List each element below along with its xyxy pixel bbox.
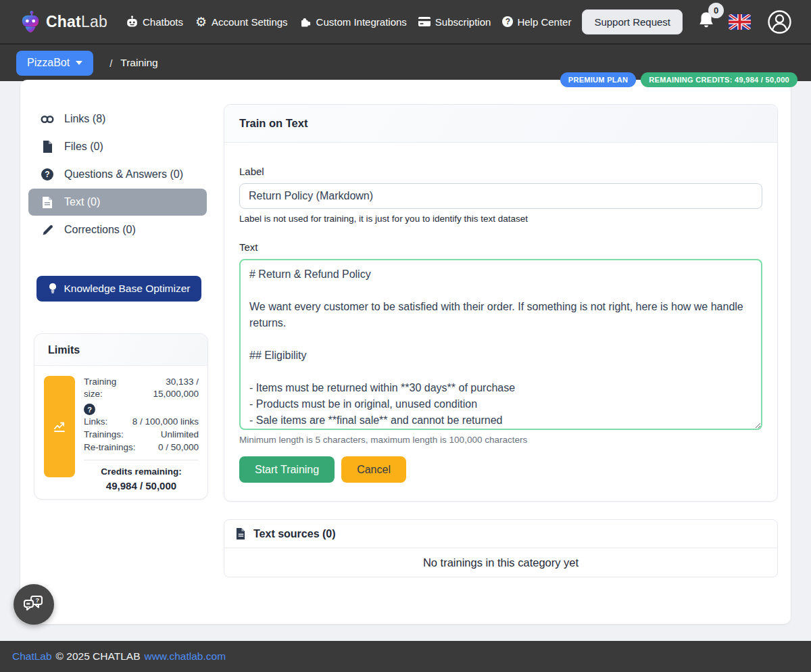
brand-wordmark: ChatLab: [46, 13, 107, 31]
text-sources-panel: Text sources (0) No trainings in this ca…: [224, 519, 778, 577]
remaining-credits-badge: REMAINING CREDITS: 49,984 / 50,000: [641, 72, 797, 87]
form-actions: Start Training Cancel: [239, 456, 762, 483]
file-icon: [41, 141, 54, 153]
label-field-label: Label: [239, 166, 762, 177]
bot-selector-dropdown[interactable]: PizzaBot: [16, 51, 93, 76]
cancel-button[interactable]: Cancel: [341, 456, 406, 483]
sidebar-item-label: Links (8): [64, 113, 105, 125]
language-flag-uk[interactable]: [729, 14, 751, 30]
sidebar-item-label: Questions & Answers (0): [64, 168, 183, 181]
limits-divider: [84, 460, 199, 460]
limits-row-value: Unlimited: [161, 429, 199, 441]
nav-item-subscription[interactable]: Subscription: [418, 16, 491, 28]
optimizer-button-label: Knowledge Base Optimizer: [64, 283, 191, 295]
link-icon: [41, 114, 54, 124]
sidebar-item-files[interactable]: Files (0): [28, 133, 207, 160]
lightbulb-icon: [48, 283, 57, 295]
nav-item-chatbots[interactable]: Chatbots: [126, 16, 183, 28]
chat-bubbles-icon: ?: [22, 594, 45, 615]
sidebar-item-label: Files (0): [64, 141, 103, 153]
pencil-icon: [41, 224, 54, 236]
bot-selector-label: PizzaBot: [27, 57, 70, 69]
chart-line-icon: [52, 419, 67, 434]
limits-title: Limits: [34, 334, 207, 366]
nav-label: Custom Integrations: [316, 16, 407, 28]
limits-row-value: 30,133 / 15,000,000: [137, 376, 199, 415]
empty-state-message: No trainings in this category yet: [224, 548, 777, 577]
premium-plan-badge: PREMIUM PLAN: [560, 72, 637, 87]
nav-item-custom-integrations[interactable]: Custom Integrations: [299, 16, 407, 28]
breadcrumb-current: Training: [120, 57, 157, 69]
limits-card: Limits Training size: ? 30,133 / 15,000,…: [34, 333, 208, 500]
nav-label: Chatbots: [143, 16, 183, 28]
nav-item-account-settings[interactable]: ⚙ Account Settings: [195, 16, 288, 28]
text-document-icon: [41, 197, 54, 208]
sidebar-item-label: Text (0): [64, 196, 100, 208]
content-card: Links (8) Files (0) ? Questions & Answer…: [20, 80, 791, 624]
breadcrumb-separator: /: [109, 57, 112, 69]
top-navbar: ChatLab Chatbots ⚙ Account Settings Cust…: [0, 0, 811, 43]
question-circle-icon: ?: [41, 168, 54, 181]
nav-label: Account Settings: [212, 16, 288, 28]
text-sources-title: Text sources (0): [253, 528, 336, 540]
label-field-helper: Label is not used for training, it is ju…: [239, 214, 762, 224]
limits-row-trainings: Trainings: Unlimited: [84, 429, 199, 441]
limits-row-label: Re-trainings:: [84, 441, 136, 454]
svg-text:?: ?: [36, 597, 40, 604]
footer-site-link[interactable]: www.chatlab.com: [144, 650, 226, 663]
text-field-label: Text: [239, 241, 762, 253]
plan-badges: PREMIUM PLAN REMAINING CREDITS: 49,984 /…: [560, 72, 797, 87]
nav-label: Help Center: [517, 16, 571, 28]
credit-card-icon: [418, 17, 431, 26]
user-avatar-button[interactable]: [766, 8, 793, 36]
training-size-help-icon[interactable]: ?: [84, 404, 95, 415]
footer: ChatLab © 2025 CHATLAB www.chatlab.com: [0, 641, 811, 672]
footer-brand-link[interactable]: ChatLab: [12, 650, 52, 663]
usage-meter: [44, 376, 75, 477]
notification-count-badge: 0: [708, 3, 724, 18]
text-sources-header: Text sources (0): [224, 520, 777, 548]
robot-logo-icon: [20, 10, 41, 33]
footer-copyright: © 2025 CHATLAB: [56, 650, 141, 663]
training-text-input[interactable]: # Return & Refund Policy We want every c…: [239, 259, 762, 430]
start-training-button[interactable]: Start Training: [239, 456, 335, 483]
sidebar-item-corrections[interactable]: Corrections (0): [28, 216, 207, 243]
train-on-text-panel: Train on Text Label Label is not used fo…: [224, 104, 778, 502]
sidebar-item-links[interactable]: Links (8): [28, 105, 207, 133]
nav-item-help-center[interactable]: ? Help Center: [502, 16, 571, 28]
help-chat-widget-button[interactable]: ?: [14, 584, 54, 625]
panel-title: Train on Text: [224, 105, 777, 143]
support-request-button[interactable]: Support Request: [582, 9, 683, 34]
main-nav: Chatbots ⚙ Account Settings Custom Integ…: [126, 16, 571, 28]
limits-row-retrainings: Re-trainings: 0 / 50,000: [84, 441, 199, 454]
panel-body: Label Label is not used for training, it…: [224, 143, 777, 501]
sidebar-item-questions-answers[interactable]: ? Questions & Answers (0): [28, 161, 207, 188]
limits-row-label: Training size:: [84, 376, 137, 400]
limits-row-training-size: Training size: ? 30,133 / 15,000,000: [84, 376, 199, 415]
limits-row-value: 8 / 100,000 links: [132, 416, 199, 428]
limits-info: Training size: ? 30,133 / 15,000,000 Lin…: [84, 376, 199, 491]
chevron-down-icon: [76, 61, 82, 65]
limits-row-value: 0 / 50,000: [158, 441, 199, 454]
limits-row-label: Links:: [84, 416, 107, 428]
credits-remaining-value: 49,984 / 50,000: [84, 480, 199, 491]
sidebar-item-label: Corrections (0): [64, 224, 136, 236]
text-field-helper: Minimum length is 5 characters, maximum …: [239, 435, 762, 445]
document-icon: [236, 528, 245, 539]
limits-body: Training size: ? 30,133 / 15,000,000 Lin…: [34, 366, 207, 501]
credits-remaining-label: Credits remaining:: [84, 466, 199, 477]
chatlab-training-page: ChatLab Chatbots ⚙ Account Settings Cust…: [0, 0, 811, 672]
knowledge-base-optimizer-button[interactable]: Knowledge Base Optimizer: [36, 276, 201, 302]
nav-label: Subscription: [435, 16, 491, 28]
notifications-button[interactable]: 0: [697, 11, 715, 32]
limits-row-label: Trainings:: [84, 429, 124, 441]
puzzle-icon: [299, 16, 312, 28]
robot-icon: [126, 16, 139, 28]
gear-icon: ⚙: [195, 16, 207, 28]
training-sources-sidebar: Links (8) Files (0) ? Questions & Answer…: [28, 105, 207, 244]
limits-row-links: Links: 8 / 100,000 links: [84, 416, 199, 428]
help-circle-icon: ?: [502, 16, 513, 27]
sidebar-item-text[interactable]: Text (0): [28, 189, 207, 216]
label-input[interactable]: [239, 183, 762, 209]
chatlab-logo[interactable]: ChatLab: [20, 10, 107, 33]
